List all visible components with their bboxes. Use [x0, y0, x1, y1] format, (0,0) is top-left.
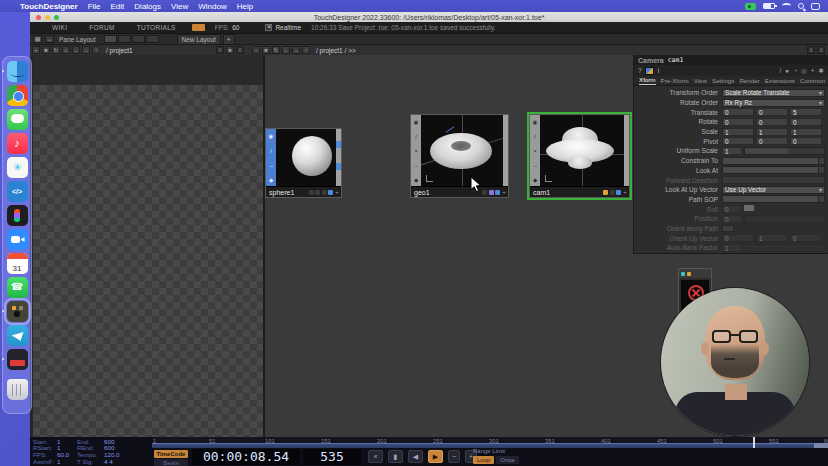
layout-preset-2[interactable]: [118, 35, 131, 43]
bypass-flag-icon[interactable]: /: [415, 134, 417, 140]
play-reverse-button[interactable]: ◀: [408, 450, 423, 463]
add-parameter-icon[interactable]: +: [811, 67, 815, 74]
dock-touchdesigner-icon[interactable]: [7, 301, 28, 322]
add-flag-icon[interactable]: +: [502, 190, 507, 195]
menu-window[interactable]: Window: [198, 2, 226, 11]
help-icon[interactable]: ?: [638, 67, 642, 74]
rotate-z-field[interactable]: 0: [790, 118, 822, 126]
render-flag-icon[interactable]: →: [532, 162, 538, 168]
app-menu[interactable]: TouchDesigner: [20, 2, 78, 11]
dock-whatsapp-icon[interactable]: ☎: [7, 277, 28, 298]
tab-xform[interactable]: Xform: [639, 76, 656, 85]
home-icon[interactable]: ⌂: [62, 46, 70, 54]
dock-trash-icon[interactable]: [7, 379, 28, 400]
position-slider[interactable]: [744, 215, 825, 223]
pane-badge[interactable]: 0: [216, 46, 224, 54]
menu-file[interactable]: File: [88, 2, 101, 11]
tab-view[interactable]: View: [694, 77, 707, 85]
jump-to-start-button[interactable]: «: [368, 450, 383, 463]
translate-z-field[interactable]: 5: [790, 108, 822, 116]
realtime-checkbox[interactable]: ✕: [265, 24, 272, 31]
roll-field[interactable]: 0: [722, 205, 742, 213]
dock-music-icon[interactable]: ♪: [7, 133, 28, 154]
viewer-flag-icon[interactable]: ◉: [533, 119, 538, 125]
playhead[interactable]: [753, 437, 755, 448]
orient-up-z-field[interactable]: 0: [790, 234, 822, 242]
pivot-y-field[interactable]: 0: [756, 137, 788, 145]
recent-icon[interactable]: ◔: [793, 67, 797, 74]
beats-mode-button[interactable]: Beats: [154, 459, 188, 466]
refresh-icon[interactable]: ↻: [52, 46, 60, 54]
menu-edit[interactable]: Edit: [111, 2, 125, 11]
tab-render[interactable]: Render: [739, 77, 759, 85]
loop-button[interactable]: Loop: [473, 456, 494, 464]
path-sop-field[interactable]: [722, 195, 825, 203]
dock-messages-icon[interactable]: [7, 109, 28, 130]
up-icon[interactable]: ↑: [302, 46, 310, 54]
layout-preset-4[interactable]: [146, 35, 159, 43]
dock-live-stream-icon[interactable]: [7, 349, 28, 370]
info-icon[interactable]: i: [658, 67, 659, 74]
tutorials-link[interactable]: TUTORIALS: [137, 24, 176, 31]
assmf-field[interactable]: 1: [57, 458, 77, 465]
grid-icon[interactable]: ▦: [33, 35, 42, 43]
pickable-flag-icon[interactable]: ◆: [533, 177, 537, 183]
forum-link[interactable]: FORUM: [89, 24, 114, 31]
forward-icon[interactable]: →: [82, 46, 90, 54]
render-flag-icon[interactable]: →: [413, 162, 419, 168]
top-viewer-pane[interactable]: [33, 85, 263, 437]
right-pane-path[interactable]: / project1 / >>: [316, 47, 805, 54]
output-connector[interactable]: [336, 141, 341, 148]
flag-dot[interactable]: [610, 190, 615, 195]
dock-calendar-icon[interactable]: [7, 253, 28, 274]
translate-y-field[interactable]: 0: [756, 108, 788, 116]
rotate-y-field[interactable]: 0: [756, 118, 788, 126]
lock-flag-icon[interactable]: →: [268, 162, 274, 168]
pane-splitter[interactable]: [263, 55, 265, 437]
language-icon[interactable]: ◎: [801, 67, 807, 75]
flag-dot[interactable]: [482, 190, 487, 195]
flag-dot-active[interactable]: [489, 190, 494, 195]
range-end-handle[interactable]: [814, 443, 828, 448]
step-back-button[interactable]: −: [448, 450, 460, 463]
flag-dot-active[interactable]: [495, 190, 500, 195]
bypass-flag-icon[interactable]: /: [270, 148, 272, 154]
comment-icon[interactable]: ●: [785, 67, 789, 74]
add-layout-button[interactable]: +: [223, 34, 235, 45]
wiki-link[interactable]: WIKI: [52, 24, 67, 31]
flag-dot[interactable]: [309, 190, 314, 195]
uniform-scale-field[interactable]: 1: [722, 147, 742, 155]
scale-y-field[interactable]: 1: [756, 128, 788, 136]
display-flag-icon[interactable]: ◆: [269, 177, 273, 183]
viewer-flag-icon[interactable]: ◉: [414, 119, 419, 125]
forward-icon[interactable]: →: [292, 46, 300, 54]
tab-extensions[interactable]: Extensions: [765, 77, 795, 85]
xray-flag-icon[interactable]: ×: [533, 148, 536, 154]
constrain-to-field[interactable]: [722, 157, 825, 165]
forward-direction-dropdown[interactable]: [722, 176, 825, 184]
output-connector[interactable]: [336, 163, 341, 170]
new-layout-button[interactable]: New Layout: [177, 34, 221, 45]
pickable-flag-icon[interactable]: ◆: [414, 177, 418, 183]
back-icon[interactable]: ←: [282, 46, 290, 54]
refresh-icon[interactable]: ↻: [272, 46, 280, 54]
orient-along-path-toggle[interactable]: [722, 225, 734, 232]
dock-figma-icon[interactable]: [7, 205, 28, 226]
add-flag-icon[interactable]: +: [335, 190, 340, 195]
beat-indicator[interactable]: [192, 24, 205, 31]
left-pane-path[interactable]: / project1: [106, 47, 214, 54]
menu-dialogs[interactable]: Dialogs: [134, 2, 161, 11]
pivot-z-field[interactable]: 0: [790, 137, 822, 145]
expression-mode-icon[interactable]: /: [779, 67, 781, 74]
tab-common[interactable]: Common: [800, 77, 825, 85]
tab-pre-xform[interactable]: Pre-Xform: [661, 77, 689, 85]
node-viewer[interactable]: [276, 129, 336, 187]
node-viewer[interactable]: [421, 115, 503, 187]
screen-record-icon[interactable]: [745, 3, 756, 10]
orient-up-x-field[interactable]: 0: [722, 234, 754, 242]
dock-slack-icon[interactable]: [7, 157, 28, 178]
xray-flag-icon[interactable]: ×: [414, 148, 417, 154]
orient-up-y-field[interactable]: 1: [756, 234, 788, 242]
stop-icon[interactable]: ■: [262, 46, 270, 54]
menu-view[interactable]: View: [171, 2, 188, 11]
